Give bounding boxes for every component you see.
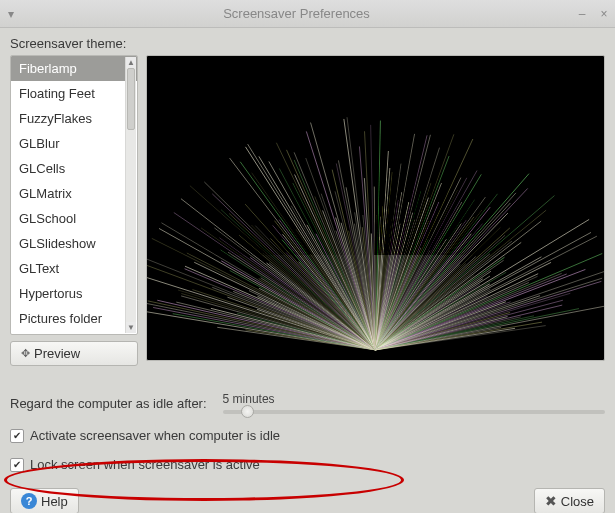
window-menu-icon[interactable]: ▾ — [0, 7, 22, 21]
scrollbar[interactable]: ▲ ▼ — [125, 57, 136, 333]
preview-button[interactable]: ✥ Preview — [10, 341, 138, 366]
activate-checkbox-label: Activate screensaver when computer is id… — [30, 428, 280, 443]
theme-item[interactable]: GLBlur — [11, 131, 137, 156]
theme-item[interactable]: Fiberlamp — [11, 56, 137, 81]
content-area: Screensaver theme: FiberlampFloating Fee… — [0, 28, 615, 513]
close-icon: ✖ — [545, 493, 557, 509]
theme-label: Screensaver theme: — [10, 36, 605, 51]
titlebar: ▾ Screensaver Preferences – × — [0, 0, 615, 28]
activate-checkbox[interactable]: ✔ — [10, 429, 24, 443]
svg-line-65 — [240, 162, 375, 350]
lock-screen-checkbox[interactable]: ✔ — [10, 458, 24, 472]
idle-label: Regard the computer as idle after: — [10, 396, 207, 411]
activate-checkbox-row[interactable]: ✔ Activate screensaver when computer is … — [10, 428, 605, 443]
lock-screen-checkbox-label: Lock screen when screensaver is active — [30, 457, 260, 472]
help-button-label: Help — [41, 494, 68, 509]
fullscreen-icon: ✥ — [21, 347, 30, 360]
help-button[interactable]: ? Help — [10, 488, 79, 513]
theme-item[interactable]: GLCells — [11, 156, 137, 181]
theme-item[interactable]: Hypertorus — [11, 281, 137, 306]
preview-button-label: Preview — [34, 346, 80, 361]
window-title: Screensaver Preferences — [22, 6, 571, 21]
idle-slider[interactable] — [223, 410, 605, 414]
scroll-down-icon[interactable]: ▼ — [126, 322, 136, 333]
screensaver-preview — [146, 55, 605, 361]
theme-list[interactable]: FiberlampFloating FeetFuzzyFlakesGLBlurG… — [10, 55, 138, 335]
idle-value: 5 minutes — [223, 392, 605, 406]
idle-slider-thumb[interactable] — [241, 405, 254, 418]
theme-item[interactable]: GLSchool — [11, 206, 137, 231]
theme-item[interactable]: Floating Feet — [11, 81, 137, 106]
scroll-thumb[interactable] — [127, 68, 135, 130]
theme-item[interactable]: FuzzyFlakes — [11, 106, 137, 131]
help-icon: ? — [21, 493, 37, 509]
theme-item[interactable]: Pictures folder — [11, 306, 137, 331]
fiberlamp-visual — [147, 56, 604, 360]
theme-item[interactable]: GLMatrix — [11, 181, 137, 206]
scroll-track[interactable] — [126, 68, 136, 322]
svg-line-43 — [181, 199, 376, 350]
theme-item[interactable]: GLSlideshow — [11, 231, 137, 256]
lock-screen-checkbox-row[interactable]: ✔ Lock screen when screensaver is active — [10, 457, 605, 472]
minimize-icon[interactable]: – — [571, 7, 593, 21]
scroll-up-icon[interactable]: ▲ — [126, 57, 136, 68]
theme-item[interactable]: GLText — [11, 256, 137, 281]
close-button[interactable]: ✖ Close — [534, 488, 605, 513]
close-button-label: Close — [561, 494, 594, 509]
close-window-icon[interactable]: × — [593, 7, 615, 21]
